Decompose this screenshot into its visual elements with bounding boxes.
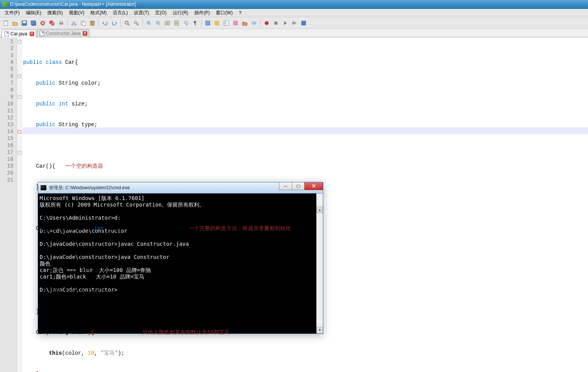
menu-plugins[interactable]: 插件(P) <box>191 9 213 17</box>
svg-rect-25 <box>175 23 179 25</box>
cmd-line: 版权所有 (c) 2009 Microsoft Corporation。保留所有… <box>40 202 205 208</box>
svg-rect-10 <box>60 21 62 23</box>
tab-close-icon[interactable]: ✕ <box>83 31 87 36</box>
save-all-icon[interactable] <box>29 19 38 27</box>
tab-label: Constructor.Java <box>46 31 80 36</box>
toolbar-separator <box>260 19 261 27</box>
minimize-button[interactable]: ─ <box>279 182 292 190</box>
app-icon <box>2 2 8 7</box>
tab-car-java[interactable]: Car.java ✕ <box>2 30 36 37</box>
redo-icon[interactable] <box>110 19 119 27</box>
cmd-line: 颜色 <box>40 260 50 267</box>
annotation: 一个完整的构造方法，将成员变量都初始化 <box>189 225 291 232</box>
menu-file[interactable]: 文件(F) <box>2 9 23 17</box>
cmd-title: 管理员: C:\Windows\system32\cmd.exe <box>49 185 130 191</box>
menu-search[interactable]: 搜索(S) <box>44 9 66 17</box>
undo-icon[interactable] <box>101 19 109 27</box>
svg-rect-22 <box>165 21 167 25</box>
record-icon[interactable] <box>262 19 271 27</box>
play-icon[interactable] <box>281 19 289 27</box>
menu-edit[interactable]: 编辑(E) <box>23 9 44 17</box>
menu-help[interactable]: ? <box>236 10 245 17</box>
sync-v-icon[interactable] <box>163 19 172 27</box>
file-icon <box>4 31 9 37</box>
show-all-chars-icon[interactable]: ¶ <box>191 19 199 27</box>
scroll-up-icon[interactable]: ▲ <box>317 207 323 213</box>
print-icon[interactable] <box>57 19 65 27</box>
svg-point-17 <box>125 21 128 24</box>
toolbar-separator <box>120 19 121 27</box>
menu-language[interactable]: 语言(L) <box>110 9 131 17</box>
tab-close-icon[interactable]: ✕ <box>30 32 34 36</box>
svg-rect-14 <box>82 22 85 25</box>
cmd-line: Microsoft Windows [版本 6.1.7601] <box>40 195 144 201</box>
menu-view[interactable]: 视图(V) <box>66 9 87 17</box>
indent-guide-icon[interactable] <box>204 19 212 27</box>
toolbar-separator <box>99 19 99 27</box>
cmd-title-bar[interactable]: 管理员: C:\Windows\system32\cmd.exe ─ ▢ ✕ <box>38 182 323 194</box>
user-lang-icon[interactable] <box>213 19 221 27</box>
svg-rect-34 <box>274 22 277 25</box>
toolbar-separator <box>201 19 202 27</box>
stop-icon[interactable] <box>272 19 280 27</box>
cmd-window[interactable]: 管理员: C:\Windows\system32\cmd.exe ─ ▢ ✕ M… <box>38 182 323 334</box>
menu-macro[interactable]: 宏(O) <box>152 9 169 17</box>
annotation: 只传入颜色则其余的默认为10和宝马 <box>142 329 230 336</box>
monitor-icon[interactable] <box>250 19 258 27</box>
menu-settings[interactable]: 设置(T) <box>131 9 152 17</box>
close-all-icon[interactable] <box>48 19 56 27</box>
play-multi-icon[interactable] <box>290 19 299 27</box>
zoom-out-icon[interactable] <box>154 19 162 27</box>
svg-rect-29 <box>225 22 226 25</box>
cmd-output[interactable]: Microsoft Windows [版本 6.1.7601] 版权所有 (c)… <box>38 194 323 334</box>
window-title: D:\javaCode\constructor\Car.java - Notep… <box>10 2 136 7</box>
svg-rect-5 <box>31 21 35 25</box>
tab-label: Car.java <box>10 31 27 37</box>
copy-icon[interactable] <box>79 19 87 27</box>
cmd-scrollbar[interactable]: ▲ ▼ <box>316 194 323 334</box>
svg-rect-19 <box>137 23 139 25</box>
replace-icon[interactable] <box>132 19 140 27</box>
svg-rect-30 <box>233 21 238 25</box>
cmd-icon <box>40 185 47 190</box>
save-icon[interactable] <box>20 19 28 27</box>
find-icon[interactable] <box>123 19 131 27</box>
doc-map-icon[interactable] <box>222 19 231 27</box>
svg-rect-16 <box>91 21 94 22</box>
close-icon[interactable] <box>38 19 47 27</box>
fold-column[interactable]: - - - - - <box>17 37 22 372</box>
svg-point-32 <box>254 22 255 23</box>
svg-point-8 <box>51 22 55 26</box>
file-icon <box>40 31 44 36</box>
save-macro-icon[interactable] <box>299 19 308 27</box>
paste-icon[interactable] <box>88 19 97 27</box>
scroll-down-icon[interactable]: ▼ <box>317 327 323 334</box>
svg-rect-23 <box>168 21 170 25</box>
tab-constructor-java[interactable]: Constructor.Java ✕ <box>37 29 89 37</box>
window-title-bar[interactable]: D:\javaCode\constructor\Car.java - Notep… <box>0 0 588 9</box>
cmd-line: D:\javaCode\constructor>java Constructor <box>40 254 169 260</box>
cmd-line: car1;颜色=black 大小=10 品牌=宝马 <box>40 274 144 280</box>
maximize-button[interactable]: ▢ <box>292 182 305 190</box>
func-list-icon[interactable] <box>231 19 240 27</box>
zoom-in-icon[interactable] <box>145 19 153 27</box>
svg-rect-1 <box>4 21 8 22</box>
toolbar-separator <box>142 19 143 27</box>
svg-rect-24 <box>175 21 179 23</box>
toolbar: ¶ <box>0 17 588 29</box>
menu-run[interactable]: 运行(R) <box>170 9 192 17</box>
svg-rect-27 <box>215 21 219 25</box>
cut-icon[interactable] <box>70 19 78 27</box>
menu-format[interactable]: 格式(M) <box>87 9 110 17</box>
wrap-icon[interactable] <box>182 19 190 27</box>
open-file-icon[interactable] <box>11 19 19 27</box>
sync-h-icon[interactable] <box>172 19 181 27</box>
close-button[interactable]: ✕ <box>304 182 323 190</box>
cmd-line: C:\Users\Administrator>d: <box>40 215 121 221</box>
svg-rect-3 <box>23 21 26 23</box>
folder-icon[interactable] <box>241 19 249 27</box>
annotation: 一个空的构造器 <box>65 163 103 170</box>
new-file-icon[interactable] <box>2 19 10 27</box>
line-number-gutter: 123 456 789 101112 131415 161718 192021 <box>0 37 17 372</box>
menu-window[interactable]: 窗口(W) <box>213 9 236 17</box>
